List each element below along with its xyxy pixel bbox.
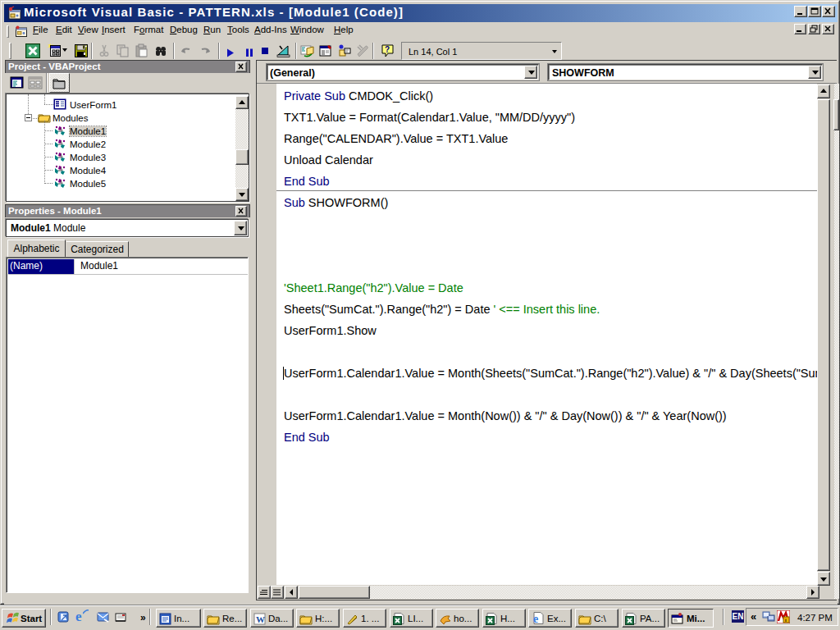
- svg-text:?: ?: [385, 45, 390, 54]
- svg-text:e: e: [533, 613, 538, 625]
- svg-text:W: W: [256, 614, 265, 624]
